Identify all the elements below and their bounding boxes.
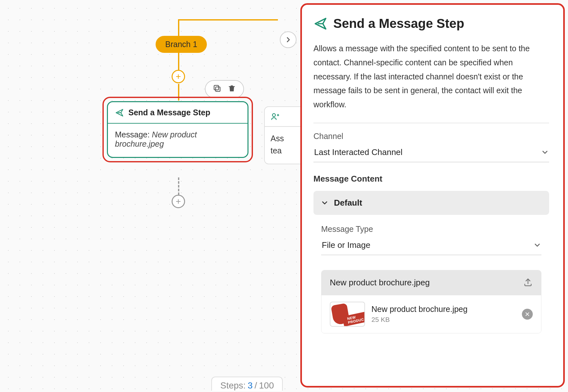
send-icon [115, 108, 124, 117]
message-type-block: Message Type File or Image [313, 225, 549, 255]
steps-sep: / [255, 380, 257, 391]
channel-select[interactable]: Last Interacted Channel [313, 145, 549, 162]
chevron-down-icon [534, 241, 541, 249]
message-content-section: Message Content [313, 174, 549, 184]
node-body: Message: New product brochure.jpeg [108, 124, 247, 157]
connector [178, 53, 179, 70]
svg-point-3 [272, 114, 275, 117]
connector-dashed [178, 177, 179, 195]
file-size: 25 KB [371, 316, 515, 323]
node-header: Send a Message Step [108, 102, 247, 124]
send-message-node[interactable]: Send a Message Step Message: New product… [107, 101, 248, 158]
step-details-panel: Send a Message Step Allows a message wit… [300, 3, 565, 388]
connector [178, 19, 179, 36]
message-type-select[interactable]: File or Image [321, 238, 541, 255]
close-icon [525, 312, 530, 317]
collapse-panel-button[interactable] [280, 31, 296, 48]
file-meta: New product brochure.jpeg 25 KB [371, 305, 515, 323]
branch-pill[interactable]: Branch 1 [156, 36, 207, 53]
add-step-after-button[interactable]: + [172, 195, 185, 208]
steps-current: 3 [247, 380, 253, 391]
message-prefix: Message: [115, 130, 152, 139]
channel-label: Channel [313, 132, 549, 141]
branch-label: Branch 1 [165, 40, 197, 49]
accordion-label: Default [334, 198, 362, 208]
steps-total: 100 [259, 380, 274, 391]
upload-icon[interactable] [523, 277, 533, 288]
steps-label: Steps: [220, 380, 246, 391]
panel-title: Send a Message Step [333, 16, 464, 31]
remove-file-button[interactable] [522, 309, 533, 320]
file-row: NEW PRODUC New product brochure.jpeg 25 … [321, 295, 541, 333]
svg-rect-0 [215, 87, 220, 91]
panel-scroll[interactable]: Send a Message Step Allows a message wit… [313, 16, 552, 386]
file-name: New product brochure.jpeg [371, 305, 515, 314]
divider [313, 123, 549, 123]
message-type-label: Message Type [321, 225, 541, 234]
plus-icon: + [176, 71, 181, 82]
chevron-right-icon [285, 36, 292, 43]
file-header: New product brochure.jpeg [321, 270, 541, 295]
file-attachment-box: New product brochure.jpeg NEW PRODUC [321, 270, 541, 333]
svg-rect-1 [214, 86, 219, 90]
connector [179, 19, 278, 20]
send-icon [313, 17, 328, 31]
node-title: Send a Message Step [128, 108, 210, 117]
message-type-value: File or Image [322, 240, 370, 250]
plus-icon: + [176, 196, 181, 207]
file-name-header: New product brochure.jpeg [330, 278, 430, 288]
add-step-button[interactable]: + [172, 70, 185, 83]
steps-counter: Steps: 3 / 100 [211, 377, 283, 391]
chevron-down-icon [541, 149, 548, 156]
selected-node-highlight: Send a Message Step Message: New product… [102, 97, 253, 162]
copy-icon[interactable] [213, 84, 222, 94]
channel-value: Last Interacted Channel [314, 147, 402, 157]
file-thumbnail: NEW PRODUC [330, 302, 365, 327]
node-toolbar [205, 80, 244, 98]
panel-header: Send a Message Step [313, 16, 549, 31]
user-plus-icon [271, 112, 280, 121]
default-accordion[interactable]: Default [313, 191, 549, 215]
panel-description: Allows a message with the specified cont… [313, 42, 549, 112]
chevron-down-icon [321, 199, 328, 206]
trash-icon[interactable] [227, 84, 236, 94]
